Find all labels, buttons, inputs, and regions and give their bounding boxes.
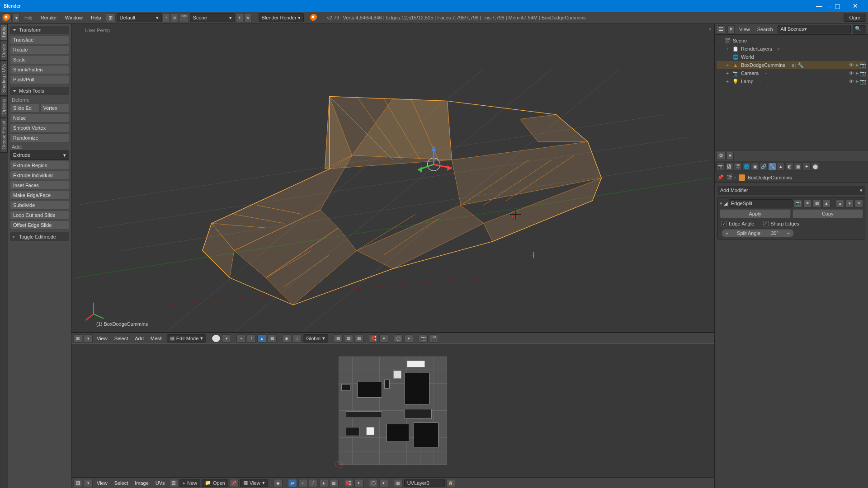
menu-render[interactable]: Render	[37, 13, 61, 22]
outliner-search[interactable]: Search	[755, 27, 776, 32]
expand-icon[interactable]: ▾	[727, 25, 735, 33]
tree-camera[interactable]: +📷Camera▫👁➤📷	[717, 69, 866, 77]
extrude-individual-button[interactable]: Extrude Individual	[10, 171, 69, 180]
shrink-fatten-button[interactable]: Shrink/Fatten	[10, 65, 69, 74]
tab-tools[interactable]: Tools	[0, 24, 8, 41]
tab-physics-icon[interactable]: ⬤	[811, 163, 819, 171]
expand-icon[interactable]: ▾	[84, 479, 93, 487]
shading-solid-icon[interactable]	[212, 334, 221, 343]
vp-menu-view[interactable]: View	[94, 336, 110, 341]
layer-1-icon[interactable]: ▦	[334, 334, 343, 343]
ogre-button[interactable]: Ogre	[844, 14, 866, 22]
add-scene-button[interactable]: +	[236, 13, 243, 22]
vp-menu-select[interactable]: Select	[112, 336, 131, 341]
outliner-tree[interactable]: −🎬Scene +📋RenderLayers▫ 🌐World +▲BoxDodg…	[715, 35, 868, 150]
tab-constraints-icon[interactable]: 🔗	[760, 163, 768, 171]
menu-help[interactable]: Help	[87, 13, 105, 22]
snap-element-icon[interactable]: ▾	[379, 334, 388, 343]
split-angle-field[interactable]: ◂ Split Angle: 30° ▸	[722, 229, 794, 237]
uv-proportional-icon[interactable]: ◯	[369, 479, 378, 487]
new-image-button[interactable]: +New	[179, 479, 200, 487]
translate-button[interactable]: Translate	[10, 35, 69, 44]
vp-menu-mesh[interactable]: Mesh	[148, 336, 165, 341]
outliner-searchbox[interactable]: 🔍	[853, 25, 866, 33]
edge-select-icon[interactable]: /	[247, 334, 256, 343]
outliner-filter-dropdown[interactable]: All Scenes▾	[778, 25, 851, 33]
tab-options[interactable]: Options	[0, 96, 8, 117]
menu-file[interactable]: File	[21, 13, 36, 22]
manipulator-icon[interactable]: ↕	[292, 334, 302, 343]
uv-canvas[interactable]	[71, 344, 714, 477]
vertex-button[interactable]: Vertex	[40, 103, 70, 113]
delete-layout-button[interactable]: ✕	[171, 13, 178, 22]
image-browse-icon[interactable]: 🖼	[169, 479, 178, 487]
tab-grease[interactable]: Grease Pencil	[0, 118, 8, 153]
extrude-dropdown[interactable]: Extrude▾	[10, 150, 69, 160]
move-down-icon[interactable]: ▾	[845, 199, 854, 207]
tab-create[interactable]: Create	[0, 41, 8, 61]
expand-icon[interactable]: ▾	[13, 13, 20, 22]
uv-view-dropdown[interactable]: ▦View▾	[240, 479, 268, 487]
lock-icon[interactable]: 🔒	[446, 479, 455, 487]
collapse-icon[interactable]: ▾	[720, 201, 722, 206]
push-pull-button[interactable]: Push/Pull	[10, 75, 69, 84]
add-layout-button[interactable]: +	[163, 13, 170, 22]
tab-world-icon[interactable]: 🌐	[742, 163, 750, 171]
scene-dropdown[interactable]: Scene▾	[190, 13, 235, 22]
expand-icon[interactable]: ▾	[726, 152, 734, 160]
rotate-button[interactable]: Rotate	[10, 45, 69, 54]
render-visibility-icon[interactable]: 📷	[794, 199, 802, 207]
transform-header[interactable]: Transform	[10, 26, 69, 34]
tree-world[interactable]: 🌐World	[717, 53, 866, 61]
maximize-button[interactable]: ▢	[828, 0, 846, 12]
cage-icon[interactable]: ▲	[822, 199, 830, 207]
pivot-uv-icon[interactable]: ◉	[274, 479, 283, 487]
slide-edge-button[interactable]: Slide Ed	[10, 103, 39, 113]
editor-type-icon[interactable]	[2, 13, 12, 22]
tab-scene-icon[interactable]: 🎬	[734, 163, 742, 171]
tab-renderlayers-icon[interactable]: 🖼	[725, 163, 733, 171]
uv-layer-dropdown[interactable]: UVLayer0	[404, 479, 445, 487]
toggle-editmode-header[interactable]: ▸Toggle Editmode	[10, 232, 69, 241]
editor-type-outliner-icon[interactable]: ☰	[717, 25, 726, 33]
make-edge-face-button[interactable]: Make Edge/Face	[10, 191, 69, 200]
engine-dropdown[interactable]: Blender Render▾	[259, 13, 304, 22]
tab-object-icon[interactable]: ▣	[751, 163, 759, 171]
tab-texture-icon[interactable]: ▦	[794, 163, 802, 171]
tree-scene[interactable]: −🎬Scene	[717, 37, 866, 45]
viewport-visibility-icon[interactable]: 👁	[803, 199, 811, 207]
expand-icon[interactable]: ▾	[84, 334, 93, 343]
inset-faces-button[interactable]: Inset Faces	[10, 181, 69, 190]
pin-icon[interactable]: 📌	[717, 174, 724, 180]
uv-snap-element-icon[interactable]: ▾	[354, 479, 363, 487]
vp-menu-add[interactable]: Add	[132, 336, 146, 341]
uv-layer-icon[interactable]: ▦	[394, 479, 403, 487]
editmode-visibility-icon[interactable]: ▦	[813, 199, 821, 207]
apply-button[interactable]: Apply	[720, 209, 791, 218]
uv-menu-uvs[interactable]: UVs	[153, 480, 168, 486]
uv-menu-select[interactable]: Select	[112, 480, 131, 486]
split-corner-icon[interactable]: ▴	[707, 25, 713, 31]
snap-icon[interactable]: 🧲	[369, 334, 378, 343]
breadcrumb-object[interactable]: BoxDodgeCummins	[748, 175, 792, 180]
tab-material-icon[interactable]: ◐	[785, 163, 793, 171]
mode-dropdown[interactable]: ▦Edit Mode▾	[167, 334, 207, 343]
tab-modifiers-icon[interactable]: 🔧	[768, 163, 776, 171]
close-button[interactable]: ✕	[846, 0, 864, 12]
move-up-icon[interactable]: ▴	[836, 199, 844, 207]
uv-face-icon[interactable]: ▲	[319, 479, 328, 487]
proportional-icon[interactable]: ◯	[394, 334, 403, 343]
layer-3-icon[interactable]: ▦	[354, 334, 363, 343]
menu-window[interactable]: Window	[61, 13, 86, 22]
tree-renderlayers[interactable]: +📋RenderLayers▫	[717, 45, 866, 53]
editor-type-uv-icon[interactable]: 🖼	[73, 479, 82, 487]
extrude-region-button[interactable]: Extrude Region	[10, 161, 69, 170]
render-preview-icon[interactable]: 📷	[419, 334, 428, 343]
orientation-dropdown[interactable]: Global▾	[303, 334, 328, 343]
delete-scene-button[interactable]: ✕	[244, 13, 251, 22]
edge-angle-checkbox[interactable]: ✓Edge Angle	[722, 221, 754, 226]
tab-particles-icon[interactable]: ✦	[802, 163, 811, 171]
viewport-3d[interactable]: ▴ User Persp	[71, 24, 714, 333]
randomize-button[interactable]: Randomize	[10, 133, 69, 142]
modifier-name-input[interactable]: EdgeSplit	[729, 199, 793, 207]
